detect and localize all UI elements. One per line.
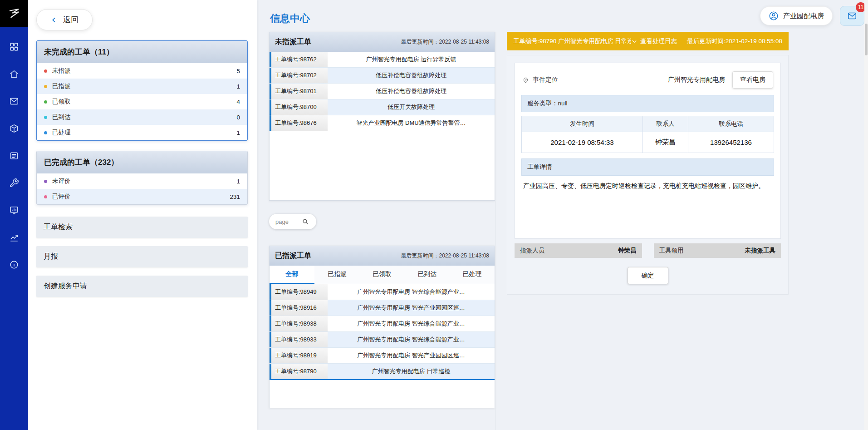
order-desc: 广州智光专用配电房 智光综合能源产业… [328,332,495,347]
location-pin-icon [522,77,529,84]
work-order-row[interactable]: 工单编号:98676 智光产业园配电房 DMU通信异常告警管… [270,115,495,131]
back-button[interactable]: 返回 [36,9,93,30]
work-order-row[interactable]: 工单编号:98933 广州智光专用配电房 智光综合能源产业… [270,332,495,348]
work-order-row[interactable]: 工单编号:98701 低压补偿电容器组故障处理 [270,84,495,99]
item-count: 4 [236,99,240,105]
order-desc: 广州智光专用配电房 智光综合能源产业… [328,284,495,300]
order-meta-row: 指派人员 钟荣昌 工具领用 未指派工具 [515,243,781,258]
sidebar-link-order-search[interactable]: 工单检索 [36,217,248,238]
work-order-row[interactable]: 工单编号:98762 广州智光专用配电房 运行异常反馈 [270,52,495,68]
work-order-row[interactable]: 工单编号:98916 广州智光专用配电房 智光产业园园区巡… [270,300,495,316]
confirm-row: 确定 [515,267,781,284]
page-scrollbar[interactable] [864,0,868,430]
unfinished-orders-panel: 未完成的工单（11） 未指派 5 已指派 1 已领取 4 [36,40,248,141]
page-search-input[interactable] [275,218,299,225]
event-location-label-group: 事件定位 [522,76,558,84]
assigned-rows: 工单编号:98949 广州智光专用配电房 智光综合能源产业… 工单编号:9891… [270,284,495,380]
sidebar-item-arrived[interactable]: 已到达 0 [37,109,247,125]
mail-icon[interactable] [9,96,20,107]
contact-phone: 13926452136 [688,132,774,153]
work-order-row[interactable]: 工单编号:98938 广州智光专用配电房 智光综合能源产业… [270,316,495,332]
sidebar-link-create-service-request[interactable]: 创建服务申请 [36,276,248,297]
col-header-phone: 联系电话 [688,116,774,132]
item-count: 1 [236,129,240,136]
item-count: 1 [236,83,240,90]
info-icon[interactable] [9,259,20,270]
detail-last-updated: 最后更新时间:2021-02-19 08:55:08 [687,37,782,45]
main-columns: 未指派工单 最后更新时间：2022-08-25 11:43:08 工单编号:98… [269,32,868,408]
work-order-row[interactable]: 工单编号:98949 广州智光专用配电房 智光综合能源产业… [270,284,495,300]
order-desc: 低压补偿电容器组故障处理 [328,68,495,83]
item-label: 未指派 [52,67,71,75]
last-updated: 最后更新时间：2022-08-25 11:43:08 [401,38,489,46]
column-divider [495,32,495,430]
sidebar-link-monthly-report[interactable]: 月报 [36,246,248,267]
sidebar-item-unassigned[interactable]: 未指派 5 [37,63,247,79]
user-account-button[interactable]: 产业园配电房 [760,6,833,25]
assigned-body: 全部 已指派 已领取 已到达 已处理 工单编号:98949 广州智光专用配电房 … [270,266,495,408]
page-search-box [269,214,316,229]
envelope-icon [847,11,857,21]
tab-all[interactable]: 全部 [270,266,314,284]
status-dot [44,180,47,183]
assignee-value: 钟荣昌 [618,247,637,255]
work-order-row[interactable]: 工单编号:98919 广州智光专用配电房 智光产业园园区巡… [270,348,495,364]
confirm-button[interactable]: 确定 [628,267,668,284]
order-id: 工单编号:98702 [270,68,328,83]
sidebar-item-assigned[interactable]: 已指派 1 [37,79,247,94]
status-dot [44,195,47,198]
app-root: 返回 未完成的工单（11） 未指派 5 已指派 1 已领取 4 [0,0,868,430]
item-label: 未评价 [52,177,71,185]
event-location-row: 事件定位 广州智光专用配电房 查看电房 [521,69,774,95]
tools-label: 工具领用 [659,247,684,255]
finished-orders-panel: 已完成的工单（232） 未评价 1 已评价 231 [36,151,248,205]
event-location-right: 广州智光专用配电房 查看电房 [668,71,773,89]
order-detail-column: 工单编号:98790 广州智光专用配电房 日常巡检 查看处理日志 最后更新时间:… [507,32,789,295]
apps-grid-icon[interactable] [9,41,20,52]
tab-processed[interactable]: 已处理 [450,266,495,284]
search-icon[interactable] [302,218,309,225]
item-count: 231 [230,193,240,200]
order-desc: 低压补偿电容器组故障处理 [328,84,495,99]
sidebar-item-claimed[interactable]: 已领取 4 [37,94,247,109]
order-detail-header: 工单编号:98790 广州智光专用配电房 日常巡检 查看处理日志 最后更新时间:… [507,32,789,50]
contact-table-data-row: 2021-02-19 08:54:33 钟荣昌 13926452136 [522,132,774,153]
panel-title: 已指派工单 [275,251,311,261]
news-icon[interactable] [9,150,20,161]
assigned-panel-header: 已指派工单 最后更新时间：2022-08-25 11:43:08 [270,246,495,266]
log-link-label: 查看处理日志 [640,37,677,45]
wrench-icon[interactable] [9,178,20,188]
status-dot [44,116,47,119]
assigned-orders-panel: 已指派工单 最后更新时间：2022-08-25 11:43:08 全部 已指派 … [269,246,495,408]
work-order-row-selected[interactable]: 工单编号:98790 广州智光专用配电房 日常巡检 [270,364,495,380]
order-id: 工单编号:98700 [270,99,328,115]
assignee-label: 指派人员 [520,247,544,255]
tab-arrived[interactable]: 已到达 [405,266,450,284]
work-order-row[interactable]: 工单编号:98700 低压开关故障处理 [270,99,495,115]
work-order-lists-column: 未指派工单 最后更新时间：2022-08-25 11:43:08 工单编号:98… [269,32,495,408]
work-order-row[interactable]: 工单编号:98702 低压补偿电容器组故障处理 [270,68,495,84]
sidebar-item-rated[interactable]: 已评价 231 [37,189,247,204]
col-header-contact: 联系人 [642,116,688,132]
unfinished-panel-title: 未完成的工单（11） [37,41,247,63]
scrollbar-thumb[interactable] [865,24,868,55]
energy-chart-icon[interactable] [9,205,20,216]
icon-rail [0,0,28,430]
tab-claimed[interactable]: 已领取 [359,266,404,284]
brand-logo[interactable] [0,0,28,27]
order-id: 工单编号:98938 [270,316,328,331]
home-icon[interactable] [9,69,20,79]
trend-chart-icon[interactable] [9,232,20,243]
package-icon[interactable] [9,123,20,134]
view-process-log-link[interactable]: 查看处理日志 [631,37,677,45]
sidebar-item-processed[interactable]: 已处理 1 [37,125,247,140]
messages-button[interactable]: 11 [840,6,864,26]
view-power-room-button[interactable]: 查看电房 [732,71,773,89]
item-label: 已到达 [52,113,71,121]
item-label: 已评价 [52,193,71,201]
tab-assigned[interactable]: 已指派 [314,266,359,284]
occurred-time: 2021-02-19 08:54:33 [522,132,643,153]
main-content: 信息中心 产业园配电房 11 未指派工单 最后更新时间：2022-08-25 1… [257,0,868,430]
unassigned-panel-header: 未指派工单 最后更新时间：2022-08-25 11:43:08 [270,32,495,52]
sidebar-item-unrated[interactable]: 未评价 1 [37,173,247,189]
